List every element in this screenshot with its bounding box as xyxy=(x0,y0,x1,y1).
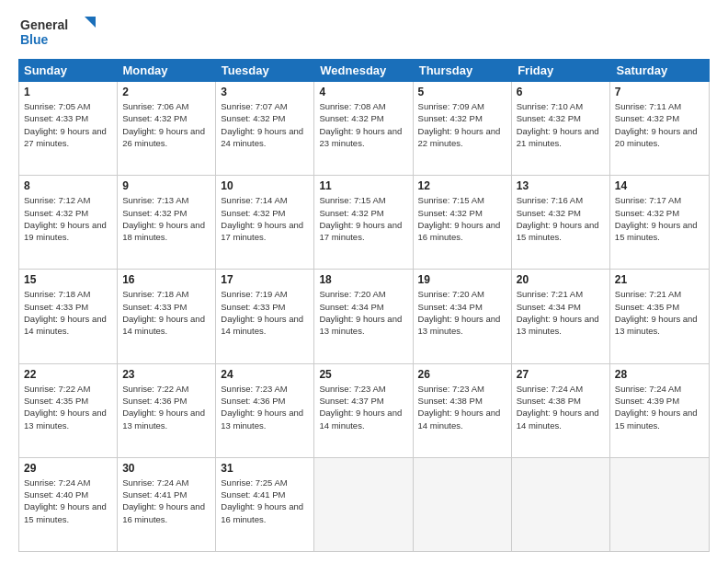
day-number: 31 xyxy=(221,462,309,475)
calendar-day-14: 14Sunrise: 7:17 AMSunset: 4:32 PMDayligh… xyxy=(610,176,709,269)
calendar-day-19: 19Sunrise: 7:20 AMSunset: 4:34 PMDayligh… xyxy=(414,270,512,362)
calendar-day-3: 3Sunrise: 7:07 AMSunset: 4:32 PMDaylight… xyxy=(216,82,314,175)
svg-text:General: General xyxy=(20,17,68,32)
calendar-body: 1Sunrise: 7:05 AMSunset: 4:33 PMDaylight… xyxy=(18,82,710,552)
day-info: Sunrise: 7:07 AMSunset: 4:32 PMDaylight:… xyxy=(221,100,309,149)
day-info: Sunrise: 7:10 AMSunset: 4:32 PMDaylight:… xyxy=(517,100,605,149)
day-number: 24 xyxy=(221,368,309,381)
calendar-day-10: 10Sunrise: 7:14 AMSunset: 4:32 PMDayligh… xyxy=(216,176,314,269)
calendar-day-22: 22Sunrise: 7:22 AMSunset: 4:35 PMDayligh… xyxy=(19,364,118,457)
calendar-week-5: 29Sunrise: 7:24 AMSunset: 4:40 PMDayligh… xyxy=(19,458,709,551)
day-number: 29 xyxy=(24,462,112,475)
day-info: Sunrise: 7:25 AMSunset: 4:41 PMDaylight:… xyxy=(221,477,309,525)
calendar-week-1: 1Sunrise: 7:05 AMSunset: 4:33 PMDaylight… xyxy=(19,82,709,176)
day-info: Sunrise: 7:06 AMSunset: 4:32 PMDaylight:… xyxy=(122,100,210,149)
calendar-week-4: 22Sunrise: 7:22 AMSunset: 4:35 PMDayligh… xyxy=(19,364,709,458)
day-info: Sunrise: 7:20 AMSunset: 4:34 PMDaylight:… xyxy=(319,288,407,337)
calendar-header-friday: Friday xyxy=(512,59,610,82)
calendar-day-5: 5Sunrise: 7:09 AMSunset: 4:32 PMDaylight… xyxy=(414,82,512,175)
day-number: 17 xyxy=(221,273,309,286)
day-number: 6 xyxy=(517,86,605,98)
day-number: 2 xyxy=(122,86,210,98)
calendar-day-6: 6Sunrise: 7:10 AMSunset: 4:32 PMDaylight… xyxy=(512,82,610,175)
calendar-empty-cell xyxy=(414,458,512,551)
day-info: Sunrise: 7:24 AMSunset: 4:38 PMDaylight:… xyxy=(517,383,605,431)
day-number: 30 xyxy=(122,462,210,475)
day-number: 7 xyxy=(615,86,704,98)
day-info: Sunrise: 7:17 AMSunset: 4:32 PMDaylight:… xyxy=(615,194,704,243)
calendar-week-3: 15Sunrise: 7:18 AMSunset: 4:33 PMDayligh… xyxy=(19,270,709,363)
day-number: 10 xyxy=(221,179,309,192)
calendar-day-31: 31Sunrise: 7:25 AMSunset: 4:41 PMDayligh… xyxy=(216,458,314,551)
calendar-day-21: 21Sunrise: 7:21 AMSunset: 4:35 PMDayligh… xyxy=(610,270,709,362)
calendar-day-23: 23Sunrise: 7:22 AMSunset: 4:36 PMDayligh… xyxy=(118,364,216,457)
day-info: Sunrise: 7:12 AMSunset: 4:32 PMDaylight:… xyxy=(24,194,112,243)
calendar-day-20: 20Sunrise: 7:21 AMSunset: 4:34 PMDayligh… xyxy=(512,270,610,362)
day-info: Sunrise: 7:22 AMSunset: 4:36 PMDaylight:… xyxy=(122,383,210,431)
calendar-day-15: 15Sunrise: 7:18 AMSunset: 4:33 PMDayligh… xyxy=(19,270,118,362)
calendar-day-27: 27Sunrise: 7:24 AMSunset: 4:38 PMDayligh… xyxy=(512,364,610,457)
day-number: 1 xyxy=(24,86,112,98)
day-info: Sunrise: 7:20 AMSunset: 4:34 PMDaylight:… xyxy=(418,288,506,337)
calendar-day-8: 8Sunrise: 7:12 AMSunset: 4:32 PMDaylight… xyxy=(19,176,118,269)
calendar-day-9: 9Sunrise: 7:13 AMSunset: 4:32 PMDaylight… xyxy=(118,176,216,269)
calendar-day-12: 12Sunrise: 7:15 AMSunset: 4:32 PMDayligh… xyxy=(414,176,512,269)
calendar-day-29: 29Sunrise: 7:24 AMSunset: 4:40 PMDayligh… xyxy=(19,458,118,551)
day-number: 22 xyxy=(24,368,112,381)
calendar-day-24: 24Sunrise: 7:23 AMSunset: 4:36 PMDayligh… xyxy=(216,364,314,457)
day-info: Sunrise: 7:19 AMSunset: 4:33 PMDaylight:… xyxy=(221,288,309,337)
calendar-header-saturday: Saturday xyxy=(611,59,710,82)
calendar-day-11: 11Sunrise: 7:15 AMSunset: 4:32 PMDayligh… xyxy=(314,176,413,269)
day-number: 23 xyxy=(122,368,210,381)
day-number: 5 xyxy=(418,86,506,98)
calendar-day-2: 2Sunrise: 7:06 AMSunset: 4:32 PMDaylight… xyxy=(118,82,216,175)
calendar-day-28: 28Sunrise: 7:24 AMSunset: 4:39 PMDayligh… xyxy=(610,364,709,457)
day-number: 12 xyxy=(418,179,506,192)
day-number: 20 xyxy=(517,273,605,286)
day-info: Sunrise: 7:13 AMSunset: 4:32 PMDaylight:… xyxy=(122,194,210,243)
day-number: 3 xyxy=(221,86,309,98)
svg-marker-2 xyxy=(85,17,96,28)
day-info: Sunrise: 7:24 AMSunset: 4:41 PMDaylight:… xyxy=(122,477,210,525)
calendar-day-13: 13Sunrise: 7:16 AMSunset: 4:32 PMDayligh… xyxy=(512,176,610,269)
day-number: 14 xyxy=(615,179,704,192)
day-number: 15 xyxy=(24,273,112,286)
day-info: Sunrise: 7:16 AMSunset: 4:32 PMDaylight:… xyxy=(517,194,605,243)
calendar-day-26: 26Sunrise: 7:23 AMSunset: 4:38 PMDayligh… xyxy=(414,364,512,457)
day-number: 13 xyxy=(517,179,605,192)
day-number: 11 xyxy=(319,179,407,192)
calendar-header-tuesday: Tuesday xyxy=(216,59,314,82)
day-info: Sunrise: 7:22 AMSunset: 4:35 PMDaylight:… xyxy=(24,383,112,431)
calendar: SundayMondayTuesdayWednesdayThursdayFrid… xyxy=(18,59,710,552)
day-info: Sunrise: 7:18 AMSunset: 4:33 PMDaylight:… xyxy=(24,288,112,337)
calendar-day-17: 17Sunrise: 7:19 AMSunset: 4:33 PMDayligh… xyxy=(216,270,314,362)
day-info: Sunrise: 7:21 AMSunset: 4:34 PMDaylight:… xyxy=(517,288,605,337)
day-number: 4 xyxy=(319,86,407,98)
day-info: Sunrise: 7:24 AMSunset: 4:39 PMDaylight:… xyxy=(615,383,704,431)
day-number: 25 xyxy=(319,368,407,381)
calendar-day-16: 16Sunrise: 7:18 AMSunset: 4:33 PMDayligh… xyxy=(118,270,216,362)
calendar-day-1: 1Sunrise: 7:05 AMSunset: 4:33 PMDaylight… xyxy=(19,82,118,175)
day-info: Sunrise: 7:11 AMSunset: 4:32 PMDaylight:… xyxy=(615,100,704,149)
calendar-empty-cell xyxy=(610,458,709,551)
day-info: Sunrise: 7:08 AMSunset: 4:32 PMDaylight:… xyxy=(319,100,407,149)
calendar-header-monday: Monday xyxy=(117,59,215,82)
day-info: Sunrise: 7:21 AMSunset: 4:35 PMDaylight:… xyxy=(615,288,704,337)
day-number: 21 xyxy=(615,273,704,286)
calendar-week-2: 8Sunrise: 7:12 AMSunset: 4:32 PMDaylight… xyxy=(19,176,709,270)
calendar-day-18: 18Sunrise: 7:20 AMSunset: 4:34 PMDayligh… xyxy=(314,270,413,362)
logo: General Blue xyxy=(18,15,101,50)
day-number: 28 xyxy=(615,368,704,381)
day-number: 18 xyxy=(319,273,407,286)
day-info: Sunrise: 7:23 AMSunset: 4:37 PMDaylight:… xyxy=(319,383,407,431)
day-info: Sunrise: 7:24 AMSunset: 4:40 PMDaylight:… xyxy=(24,477,112,525)
day-info: Sunrise: 7:14 AMSunset: 4:32 PMDaylight:… xyxy=(221,194,309,243)
day-info: Sunrise: 7:23 AMSunset: 4:36 PMDaylight:… xyxy=(221,383,309,431)
day-number: 19 xyxy=(418,273,506,286)
calendar-day-30: 30Sunrise: 7:24 AMSunset: 4:41 PMDayligh… xyxy=(118,458,216,551)
calendar-header-wednesday: Wednesday xyxy=(314,59,413,82)
calendar-empty-cell xyxy=(512,458,610,551)
calendar-day-7: 7Sunrise: 7:11 AMSunset: 4:32 PMDaylight… xyxy=(610,82,709,175)
calendar-header-row: SundayMondayTuesdayWednesdayThursdayFrid… xyxy=(18,59,710,82)
day-number: 8 xyxy=(24,179,112,192)
